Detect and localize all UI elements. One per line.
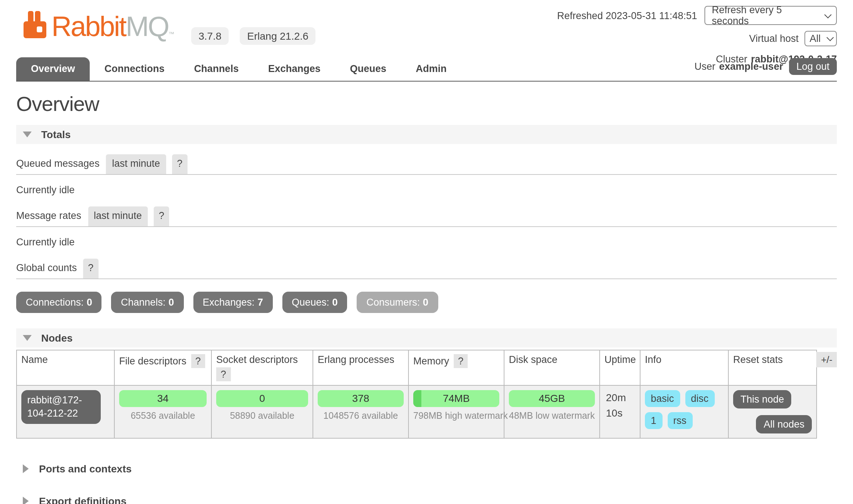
brand-mq-text: MQ: [126, 11, 168, 42]
file-descriptors-bar: 34: [119, 390, 207, 407]
help-icon[interactable]: ?: [216, 367, 231, 381]
col-erlang-processes: Erlang processes: [313, 350, 408, 385]
memory-bar: 74MB: [413, 390, 499, 407]
section-ports-and-contexts[interactable]: Ports and contexts: [16, 463, 837, 475]
user-name: example-user: [719, 61, 783, 72]
virtual-host-value: All: [810, 33, 821, 44]
section-header-nodes[interactable]: Nodes: [16, 328, 837, 348]
refresh-interval-select[interactable]: Refresh every 5 seconds: [704, 6, 837, 25]
nav-tabs: Overview Connections Channels Exchanges …: [16, 57, 461, 81]
erlang-processes-bar: 378: [318, 390, 404, 407]
cell-socket-descriptors: 0 58890 available: [211, 385, 313, 438]
message-rates-row: Message rates last minute ?: [16, 206, 837, 227]
help-icon[interactable]: ?: [154, 206, 169, 226]
tab-channels[interactable]: Channels: [179, 57, 254, 81]
queued-messages-row: Queued messages last minute ?: [16, 154, 837, 175]
cell-erlang-processes: 378 1048576 available: [313, 385, 408, 438]
virtual-host-label: Virtual host: [749, 33, 799, 44]
count-queues[interactable]: Queues:0: [282, 292, 347, 313]
file-descriptors-detail: 65536 available: [119, 411, 207, 421]
socket-descriptors-bar: 0: [216, 390, 308, 407]
page-title: Overview: [16, 93, 837, 116]
trademark-symbol: ™: [168, 31, 174, 37]
refresh-interval-value: Refresh every 5 seconds: [712, 4, 820, 26]
erlang-version-badge: Erlang 21.2.6: [240, 27, 316, 45]
info-badge-rss: rss: [667, 412, 692, 429]
user-row: User example-user Log out: [695, 58, 837, 75]
col-memory: Memory?: [408, 350, 504, 385]
message-rates-label: Message rates: [16, 206, 81, 226]
rates-period-tab[interactable]: last minute: [88, 206, 148, 226]
node-row: rabbit@172-104-212-22 34 65536 available…: [17, 385, 817, 438]
brand-wordmark: RabbitMQ™: [51, 15, 174, 38]
section-header-totals[interactable]: Totals: [16, 125, 837, 144]
memory-detail: 798MB high watermark: [413, 411, 499, 421]
col-socket-descriptors: Socket descriptors?: [211, 350, 313, 385]
help-icon[interactable]: ?: [172, 154, 188, 174]
tab-queues[interactable]: Queues: [335, 57, 401, 81]
info-badge-1: 1: [645, 412, 662, 429]
version-badges: 3.7.8 Erlang 21.2.6: [191, 27, 316, 45]
erlang-processes-detail: 1048576 available: [318, 411, 404, 421]
queued-messages-label: Queued messages: [16, 154, 100, 174]
help-icon[interactable]: ?: [83, 259, 99, 278]
rabbitmq-management-app: RabbitMQ™ 3.7.8 Erlang 21.2.6 Refreshed …: [0, 0, 853, 504]
cell-reset-stats: This node All nodes: [728, 385, 817, 438]
nodes-table-wrap: Name File descriptors? Socket descriptor…: [16, 350, 837, 439]
cell-uptime: 20m 10s: [600, 385, 640, 438]
cell-disk-space: 45GB 48MB low watermark: [504, 385, 600, 438]
socket-descriptors-detail: 58890 available: [216, 411, 308, 421]
tab-overview[interactable]: Overview: [16, 57, 90, 81]
nodes-table: Name File descriptors? Socket descriptor…: [16, 350, 817, 439]
disk-space-detail: 48MB low watermark: [509, 411, 595, 421]
logout-button[interactable]: Log out: [789, 58, 837, 75]
triangle-collapse-icon: [23, 132, 32, 137]
disk-space-bar: 45GB: [509, 390, 595, 407]
user-label: User: [695, 61, 715, 72]
col-file-descriptors: File descriptors?: [114, 350, 211, 385]
broker-version-badge: 3.7.8: [191, 27, 229, 45]
rabbitmq-logo[interactable]: RabbitMQ™: [24, 11, 174, 38]
tab-exchanges[interactable]: Exchanges: [253, 57, 335, 81]
section-title-nodes: Nodes: [41, 332, 73, 344]
section-title-totals: Totals: [41, 129, 71, 140]
uptime-value: 20m 10s: [604, 390, 635, 421]
section-export-definitions[interactable]: Export definitions: [16, 495, 837, 504]
header-status-area: Refreshed 2023-05-31 11:48:51 Refresh ev…: [557, 6, 837, 65]
header: RabbitMQ™ 3.7.8 Erlang 21.2.6 Refreshed …: [16, 0, 837, 82]
reset-all-nodes-button[interactable]: All nodes: [756, 415, 812, 433]
count-exchanges[interactable]: Exchanges:7: [193, 292, 272, 313]
count-channels[interactable]: Channels:0: [111, 292, 184, 313]
brand-rabbit-text: Rabbit: [51, 11, 126, 42]
count-connections[interactable]: Connections:0: [16, 292, 102, 313]
node-name-link[interactable]: rabbit@172-104-212-22: [21, 390, 101, 424]
virtual-host-row: Virtual host All: [557, 31, 837, 46]
cell-info: basic disc 1 rss: [640, 385, 728, 438]
col-name: Name: [17, 350, 114, 385]
queued-messages-status: Currently idle: [16, 184, 837, 195]
col-uptime: Uptime: [600, 350, 640, 385]
help-icon[interactable]: ?: [191, 354, 205, 368]
message-rates-status: Currently idle: [16, 237, 837, 248]
tab-connections[interactable]: Connections: [90, 57, 179, 81]
page: RabbitMQ™ 3.7.8 Erlang 21.2.6 Refreshed …: [0, 0, 853, 504]
chevron-down-icon: [824, 11, 832, 18]
col-reset-stats: Reset stats: [728, 350, 817, 385]
refresh-row: Refreshed 2023-05-31 11:48:51 Refresh ev…: [557, 6, 837, 25]
virtual-host-select[interactable]: All: [804, 31, 837, 46]
triangle-collapse-icon: [23, 335, 32, 341]
count-consumers[interactable]: Consumers:0: [357, 292, 438, 313]
info-badge-basic: basic: [645, 390, 680, 407]
help-icon[interactable]: ?: [454, 354, 468, 368]
queued-period-tab[interactable]: last minute: [106, 154, 166, 174]
info-badges: basic disc 1 rss: [645, 390, 718, 429]
info-badge-disc: disc: [685, 390, 714, 407]
column-selector-button[interactable]: +/-: [817, 352, 837, 367]
col-info: Info: [640, 350, 728, 385]
table-header-row: Name File descriptors? Socket descriptor…: [17, 350, 817, 385]
chevron-down-icon: [827, 34, 834, 41]
triangle-expand-icon: [23, 464, 29, 473]
tab-admin[interactable]: Admin: [401, 57, 461, 81]
triangle-expand-icon: [23, 497, 29, 504]
reset-this-node-button[interactable]: This node: [733, 390, 792, 408]
